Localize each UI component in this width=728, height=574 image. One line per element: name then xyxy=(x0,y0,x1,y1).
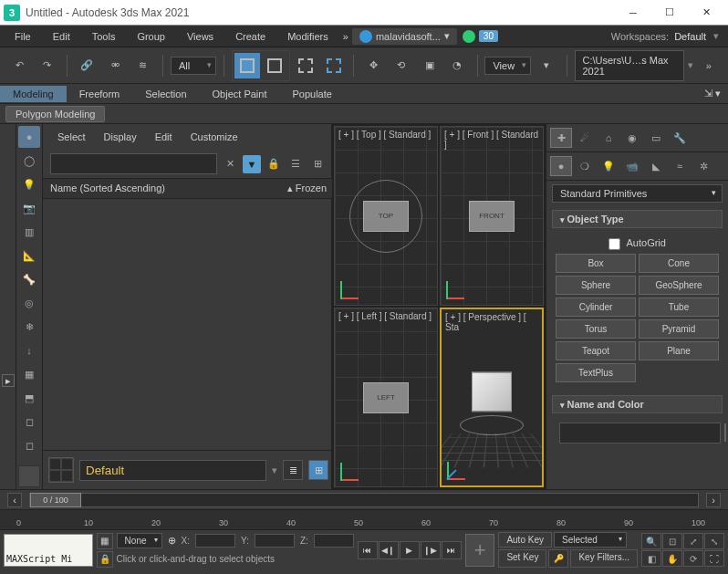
obj-teapot[interactable]: Teapot xyxy=(556,341,636,360)
selection-lock-toggle[interactable]: 🔒 xyxy=(97,551,113,568)
rollout-name-color[interactable]: Name and Color xyxy=(552,395,723,413)
filter-shapes-icon[interactable]: ◯ xyxy=(18,150,40,172)
explorer-menu-select[interactable]: Select xyxy=(50,130,93,144)
key-mode-dropdown[interactable]: Selected xyxy=(554,532,627,548)
ribbon-tab-modeling[interactable]: Modeling xyxy=(0,86,67,102)
selection-filter-dropdown[interactable]: All xyxy=(171,57,216,75)
toolbar-overflow-button[interactable]: » xyxy=(697,53,722,78)
maximize-button[interactable]: ☐ xyxy=(651,0,688,26)
viewport-front-label[interactable]: [ + ] [ Front ] [ Standard ] xyxy=(444,130,543,150)
orbit-button[interactable]: ⟳ xyxy=(683,550,703,567)
layers-button[interactable]: ≣ xyxy=(283,460,303,480)
track-bar-ruler[interactable]: 0 10 20 30 40 50 60 70 80 90 100 xyxy=(0,509,728,529)
fov-button[interactable]: ◧ xyxy=(641,550,661,567)
viewport-top[interactable]: [ + ] [ Top ] [ Standard ] TOP xyxy=(334,126,438,306)
isolate-toggle[interactable]: ▦ xyxy=(97,533,113,549)
maximize-viewport-button[interactable]: ⛶ xyxy=(704,550,724,567)
expand-left-panel-button[interactable]: ▸ xyxy=(2,374,15,387)
cat-lights-icon[interactable]: 💡 xyxy=(598,156,619,176)
filter-geometry-icon[interactable]: ● xyxy=(18,126,40,148)
rotate-button[interactable]: ⟲ xyxy=(390,53,414,78)
obj-geosphere[interactable]: GeoSphere xyxy=(639,276,719,295)
viewport-layout-button[interactable] xyxy=(18,465,40,487)
viewport-front[interactable]: [ + ] [ Front ] [ Standard ] FRONT xyxy=(440,126,544,306)
window-crossing-button[interactable] xyxy=(322,53,347,78)
menu-overflow-icon[interactable]: » xyxy=(339,31,352,42)
rect-region-button[interactable] xyxy=(294,53,318,78)
bind-spacewarp-button[interactable]: ≋ xyxy=(130,53,155,78)
filter-cameras-icon[interactable]: 📷 xyxy=(18,197,40,219)
select-by-name-button[interactable] xyxy=(262,53,287,78)
viewcube-top[interactable]: TOP xyxy=(363,201,409,232)
obj-plane[interactable]: Plane xyxy=(639,341,719,360)
time-config-left-button[interactable]: ‹ xyxy=(7,493,22,507)
select-object-button[interactable] xyxy=(234,53,260,78)
x-coord-input[interactable] xyxy=(195,534,235,548)
column-frozen-header[interactable]: ▴ Frozen xyxy=(263,183,327,194)
scene-explorer-list[interactable] xyxy=(43,199,334,450)
clear-search-icon[interactable]: ✕ xyxy=(221,155,239,173)
redo-button[interactable]: ↷ xyxy=(36,53,60,78)
play-button[interactable]: ▶ xyxy=(400,541,420,559)
viewport-top-label[interactable]: [ + ] [ Top ] [ Standard ] xyxy=(338,130,431,140)
keyfilters-button[interactable]: Key Filters... xyxy=(570,549,638,568)
key-icon-button[interactable]: 🔑 xyxy=(548,549,568,568)
filter-icon[interactable]: ▼ xyxy=(243,155,261,173)
object-name-input[interactable] xyxy=(559,423,721,444)
hierarchy-button[interactable]: ⊞ xyxy=(308,460,328,480)
obj-box[interactable]: Box xyxy=(556,254,636,273)
rollout-object-type[interactable]: Object Type xyxy=(552,210,723,228)
menu-tools[interactable]: Tools xyxy=(81,27,127,46)
set-key-large-button[interactable]: + xyxy=(465,534,495,567)
y-coord-input[interactable] xyxy=(255,534,295,548)
placement-button[interactable]: ◔ xyxy=(445,53,470,78)
autosave-timer[interactable]: 30 xyxy=(457,28,504,45)
maxscript-listener[interactable]: MAXScript Mi xyxy=(4,534,93,567)
obj-tube[interactable]: Tube xyxy=(639,297,719,317)
filter-spacewarps-icon[interactable]: 📐 xyxy=(18,245,40,266)
obj-sphere[interactable]: Sphere xyxy=(556,276,636,295)
hierarchy-tab-icon[interactable]: ⌂ xyxy=(598,128,619,148)
viewcube-front[interactable]: FRONT xyxy=(469,201,515,232)
obj-textplus[interactable]: TextPlus xyxy=(556,363,636,382)
setkey-button[interactable]: Set Key xyxy=(498,549,546,568)
explorer-menu-display[interactable]: Display xyxy=(97,130,144,144)
lock-icon[interactable]: 🔒 xyxy=(265,155,283,173)
move-button[interactable]: ✥ xyxy=(361,53,386,78)
cat-systems-icon[interactable]: ✲ xyxy=(692,156,714,176)
obj-cylinder[interactable]: Cylinder xyxy=(556,297,636,317)
pan-button[interactable]: ✋ xyxy=(662,550,682,567)
autogrid-checkbox[interactable] xyxy=(608,238,620,250)
link-button[interactable]: 🔗 xyxy=(75,53,99,78)
layer-name-input[interactable] xyxy=(79,460,266,481)
filter-helpers-icon[interactable]: ▥ xyxy=(18,221,40,243)
display-tab-icon[interactable]: ▭ xyxy=(645,128,667,148)
cat-shapes-icon[interactable]: ❍ xyxy=(574,156,596,176)
filter-xref-icon[interactable]: ⬒ xyxy=(18,387,40,409)
menu-group[interactable]: Group xyxy=(126,27,176,46)
close-button[interactable]: ✕ xyxy=(688,0,724,26)
goto-start-button[interactable]: ⏮ xyxy=(358,541,378,559)
filter-bone-icon[interactable]: 🦴 xyxy=(18,268,40,290)
utilities-tab-icon[interactable]: 🔧 xyxy=(669,128,691,148)
modify-tab-icon[interactable]: ☄ xyxy=(574,128,596,148)
cat-spacewarps-icon[interactable]: ≈ xyxy=(669,156,691,176)
viewport-perspective-label[interactable]: [ + ] [ Perspective ] [ Sta xyxy=(445,312,542,332)
ribbon-tab-populate[interactable]: Populate xyxy=(279,86,344,102)
unlink-button[interactable]: ⚮ xyxy=(103,53,128,78)
view-tree-icon[interactable]: ⊞ xyxy=(308,155,327,173)
zoom-button[interactable]: 🔍 xyxy=(641,533,661,549)
menu-views[interactable]: Views xyxy=(176,27,224,46)
cat-cameras-icon[interactable]: 📹 xyxy=(621,156,643,176)
obj-torus[interactable]: Torus xyxy=(556,319,636,339)
filter-lights-icon[interactable]: 💡 xyxy=(18,173,40,195)
obj-cone[interactable]: Cone xyxy=(639,254,719,273)
zoom-extents-all-button[interactable]: ⤡ xyxy=(704,533,724,549)
viewcube-perspective[interactable] xyxy=(472,371,512,412)
filter-hidden-icon[interactable]: ↓ xyxy=(18,339,40,361)
ribbon-tab-selection[interactable]: Selection xyxy=(132,86,199,102)
time-slider-handle[interactable]: 0 / 100 xyxy=(30,493,81,507)
menu-create[interactable]: Create xyxy=(224,27,276,46)
object-color-swatch[interactable] xyxy=(724,423,726,442)
column-name-header[interactable]: Name (Sorted Ascending) xyxy=(50,183,263,194)
